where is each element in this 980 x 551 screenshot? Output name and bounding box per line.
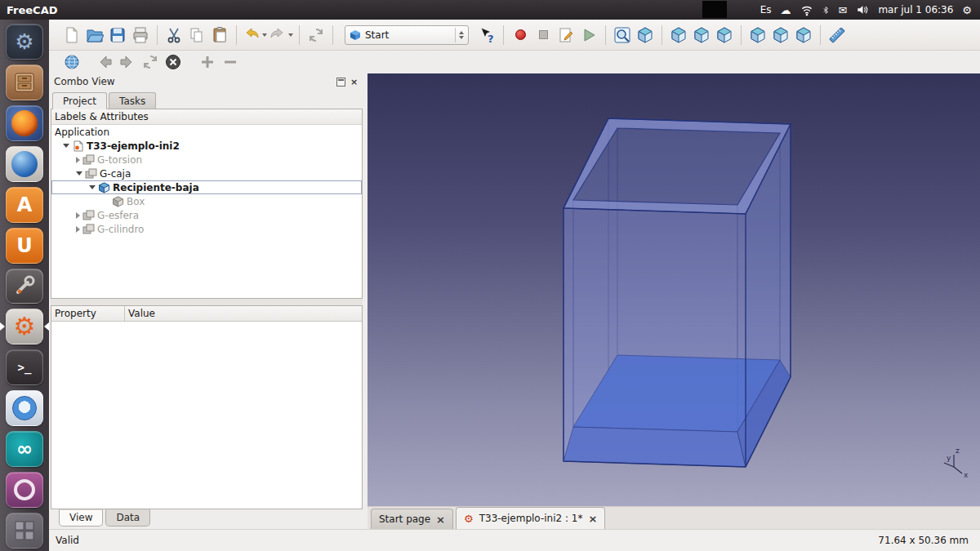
undo-dropdown-caret	[262, 33, 267, 37]
launcher-item-freecad[interactable]: ⚙	[6, 309, 43, 344]
measure-distance-button[interactable]	[826, 24, 848, 47]
tab-document-t33[interactable]: ⚙ T33-ejemplo-ini2 : 1* ×	[456, 507, 605, 529]
panel-splitter[interactable]	[51, 299, 363, 305]
macro-stop-button[interactable]	[532, 24, 554, 47]
tree-item-g-cilindro[interactable]: G-cilindro	[51, 222, 362, 236]
copy-icon	[188, 26, 206, 44]
nav-refresh-button[interactable]	[140, 52, 161, 72]
record-icon	[515, 29, 526, 40]
plus-icon	[198, 53, 216, 71]
refresh-button[interactable]	[305, 24, 327, 47]
group-icon	[82, 210, 95, 221]
expander-open-icon[interactable]	[76, 171, 82, 176]
wrench-icon	[13, 274, 36, 297]
printer-icon	[131, 26, 149, 44]
launcher-item-media-app[interactable]	[6, 472, 43, 508]
print-button[interactable]	[130, 24, 151, 47]
view-right-button[interactable]	[714, 24, 735, 47]
launcher-item-web-browser[interactable]	[6, 146, 43, 182]
axonometric-view-button[interactable]	[635, 24, 656, 47]
box-icon	[112, 196, 124, 207]
macro-edit-button[interactable]	[555, 24, 577, 47]
macro-play-button[interactable]	[578, 24, 599, 47]
launcher-item-workspace-switcher[interactable]	[6, 513, 43, 549]
nav-back-button[interactable]	[94, 52, 115, 72]
expander-open-icon[interactable]	[63, 144, 69, 148]
property-table-header: Property Value	[51, 306, 362, 322]
web-toolbar	[49, 51, 980, 73]
launcher-item-firefox[interactable]	[6, 105, 43, 141]
float-panel-icon[interactable]	[336, 78, 345, 87]
whats-this-button[interactable]: ?	[476, 24, 497, 47]
tree-item-box[interactable]: Box	[51, 194, 362, 208]
new-document-button[interactable]	[61, 24, 82, 47]
fit-all-button[interactable]	[612, 24, 633, 47]
tab-data[interactable]: Data	[105, 509, 150, 527]
expander-closed-icon[interactable]	[76, 212, 80, 219]
tree-item-application[interactable]: Application	[51, 125, 362, 139]
cloud-sync-icon[interactable]: ☁	[781, 5, 791, 16]
model-recipiente-baja[interactable]	[564, 118, 791, 467]
zoom-in-button[interactable]	[197, 52, 218, 72]
tree-item-g-esfera[interactable]: G-esfera	[51, 208, 362, 222]
session-gear-icon[interactable]: ⚙	[962, 5, 972, 16]
zoom-out-button[interactable]	[220, 52, 241, 72]
axis-z-label: z	[956, 447, 960, 455]
macro-record-button[interactable]	[510, 24, 531, 47]
close-panel-icon[interactable]: ×	[349, 78, 359, 87]
close-tab-icon[interactable]: ×	[436, 514, 445, 525]
undo-button[interactable]	[243, 24, 267, 47]
launcher-item-terminal[interactable]: >_	[6, 349, 43, 385]
tree-item-g-caja[interactable]: G-caja	[51, 167, 362, 180]
launcher-item-ubuntu-one[interactable]: U	[6, 228, 43, 264]
redo-button[interactable]	[269, 24, 293, 47]
view-front-button[interactable]	[668, 24, 689, 47]
tab-tasks[interactable]: Tasks	[109, 92, 156, 109]
close-tab-icon[interactable]: ×	[588, 513, 597, 524]
copy-button[interactable]	[186, 24, 207, 47]
open-folder-icon	[86, 26, 104, 44]
launcher-item-chromium[interactable]	[6, 390, 43, 426]
nav-stop-button[interactable]	[163, 52, 184, 72]
expander-closed-icon[interactable]	[76, 226, 80, 233]
tree-item-document[interactable]: T33-ejemplo-ini2	[51, 139, 362, 153]
launcher-item-software-center[interactable]: A	[6, 187, 43, 223]
expander-open-icon[interactable]	[89, 185, 96, 189]
launcher-item-system-settings[interactable]	[6, 269, 43, 304]
workbench-selector[interactable]: Start	[345, 25, 469, 45]
tree-item-recipiente-baja[interactable]: Recipiente-baja	[51, 180, 362, 194]
save-document-button[interactable]	[107, 24, 128, 47]
clock[interactable]: mar jul 1 06:36	[878, 4, 953, 16]
property-table-body[interactable]	[51, 322, 362, 509]
view-left-button[interactable]	[793, 24, 814, 47]
tab-view[interactable]: View	[59, 509, 103, 527]
bluetooth-icon[interactable]	[822, 4, 830, 16]
nav-forward-button[interactable]	[117, 52, 138, 72]
dash-home-icon: ⚙	[15, 31, 33, 52]
freecad-window: Start ?	[49, 20, 980, 551]
web-home-button[interactable]	[61, 52, 82, 72]
network-icon[interactable]	[800, 4, 813, 16]
launcher-item-dash-home[interactable]: ⚙	[6, 24, 43, 60]
zoom-fit-icon	[613, 26, 631, 44]
mail-icon[interactable]: ✉	[839, 5, 848, 16]
group-icon	[82, 154, 95, 166]
cut-button[interactable]	[163, 24, 185, 47]
paste-button[interactable]	[209, 24, 230, 47]
volume-icon[interactable]	[856, 4, 869, 16]
property-editor-tabs: View Data	[51, 509, 363, 529]
keyboard-layout-indicator[interactable]: Es	[760, 4, 772, 16]
terminal-icon: >_	[18, 361, 32, 374]
view-bottom-button[interactable]	[770, 24, 791, 47]
tab-project[interactable]: Project	[52, 92, 107, 109]
view-rear-button[interactable]	[747, 24, 768, 47]
3d-viewport[interactable]: z y x	[368, 73, 980, 506]
view-top-button[interactable]	[691, 24, 712, 47]
tab-start-page[interactable]: Start page ×	[371, 509, 453, 529]
tree-item-g-torsion[interactable]: G-torsion	[51, 153, 362, 167]
property-column-header: Property	[51, 306, 125, 321]
open-document-button[interactable]	[84, 24, 105, 47]
launcher-item-arduino[interactable]: ∞	[6, 431, 43, 467]
expander-closed-icon[interactable]	[76, 157, 80, 163]
launcher-item-file-manager[interactable]	[6, 64, 43, 100]
